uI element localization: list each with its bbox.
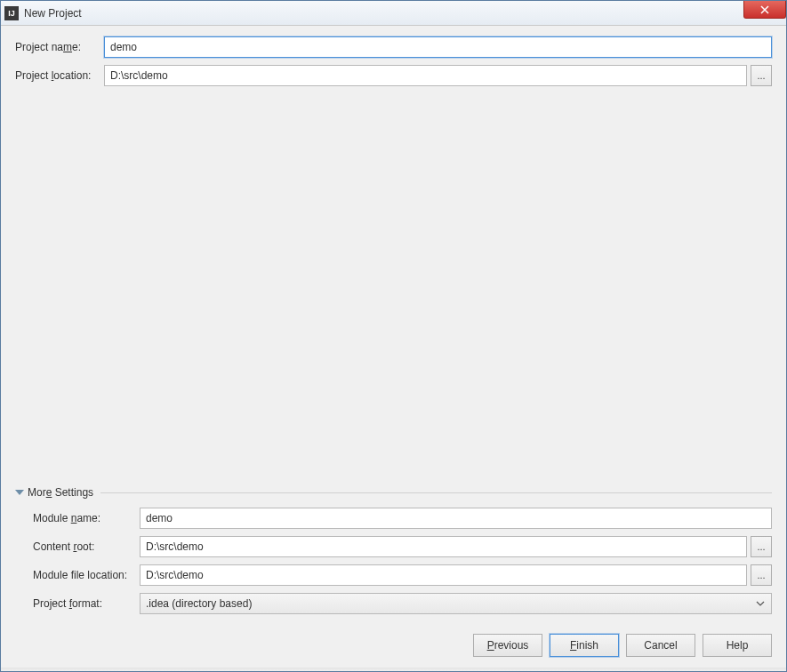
previous-button[interactable]: Previous xyxy=(473,634,542,657)
separator xyxy=(100,492,772,493)
close-button[interactable] xyxy=(743,1,786,19)
project-format-label: Project format: xyxy=(15,597,140,610)
help-button[interactable]: Help xyxy=(703,634,772,657)
module-name-label: Module name: xyxy=(15,512,140,524)
new-project-dialog: IJ New Project Project name: Project loc… xyxy=(0,0,787,672)
content-root-label: Content root: xyxy=(15,540,140,553)
project-name-label: Project name: xyxy=(15,41,104,53)
module-name-row: Module name: xyxy=(15,508,772,529)
spacer xyxy=(15,93,772,481)
project-format-row: Project format: .idea (directory based) xyxy=(15,593,772,614)
close-icon xyxy=(760,5,769,14)
project-location-label: Project location: xyxy=(15,69,104,82)
module-file-location-row: Module file location: ... xyxy=(15,564,772,586)
chevron-down-icon xyxy=(15,490,24,495)
cancel-button[interactable]: Cancel xyxy=(626,634,695,657)
project-format-select[interactable]: .idea (directory based) xyxy=(140,593,772,614)
shadow xyxy=(1,668,786,671)
project-name-input[interactable] xyxy=(104,36,772,58)
titlebar: IJ New Project xyxy=(1,1,786,26)
content-root-input[interactable] xyxy=(140,536,747,557)
project-location-browse-button[interactable]: ... xyxy=(751,65,772,86)
module-name-input[interactable] xyxy=(140,508,772,529)
content-root-row: Content root: ... xyxy=(15,536,772,557)
more-settings-header[interactable]: More Settings xyxy=(15,486,772,499)
project-format-select-wrap: .idea (directory based) xyxy=(140,593,772,614)
project-location-input[interactable] xyxy=(104,65,747,86)
app-icon: IJ xyxy=(4,6,19,20)
finish-button[interactable]: Finish xyxy=(550,634,619,657)
window-title: New Project xyxy=(24,7,82,20)
project-location-row: Project location: ... xyxy=(15,65,772,86)
dialog-content: Project name: Project location: ... More… xyxy=(1,26,786,668)
more-settings-label: More Settings xyxy=(28,486,93,499)
project-name-row: Project name: xyxy=(15,36,772,58)
module-file-location-label: Module file location: xyxy=(15,569,140,581)
button-row: Previous Finish Cancel Help xyxy=(15,621,772,660)
module-file-location-browse-button[interactable]: ... xyxy=(751,564,772,586)
content-root-browse-button[interactable]: ... xyxy=(751,536,772,557)
module-file-location-input[interactable] xyxy=(140,564,747,586)
